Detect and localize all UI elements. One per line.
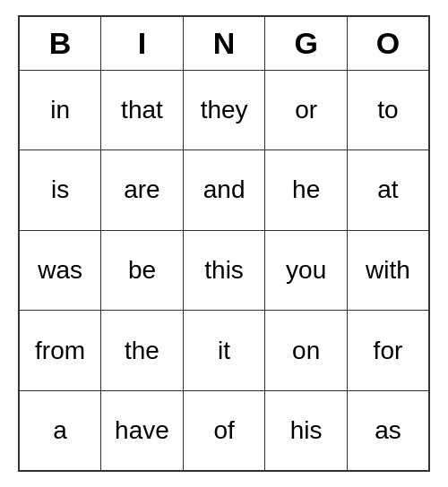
header-col-i: I <box>101 16 184 70</box>
header-col-o: O <box>347 16 429 70</box>
header-row: BINGO <box>19 16 429 70</box>
bingo-row-1: isareandheat <box>19 150 429 231</box>
bingo-cell-2-2: this <box>183 230 265 311</box>
bingo-cell-1-2: and <box>183 150 265 231</box>
bingo-cell-2-3: you <box>265 230 348 311</box>
bingo-cell-4-3: his <box>265 390 348 471</box>
bingo-cell-1-1: are <box>101 150 184 231</box>
bingo-cell-1-4: at <box>347 150 429 231</box>
bingo-cell-0-4: to <box>347 70 429 150</box>
bingo-cell-2-0: was <box>19 230 101 311</box>
bingo-cell-4-4: as <box>347 390 429 471</box>
bingo-cell-3-1: the <box>101 311 184 391</box>
bingo-cell-3-3: on <box>265 311 348 391</box>
header-col-g: G <box>265 16 348 70</box>
bingo-cell-3-4: for <box>347 311 429 391</box>
header-col-b: B <box>19 16 101 70</box>
bingo-cell-0-0: in <box>19 70 101 150</box>
bingo-cell-0-3: or <box>265 70 348 150</box>
bingo-row-4: ahaveofhisas <box>19 390 429 471</box>
bingo-cell-3-0: from <box>19 311 101 391</box>
bingo-card: BINGO inthattheyortoisareandheatwasbethi… <box>18 15 430 472</box>
header-col-n: N <box>183 16 265 70</box>
bingo-cell-4-0: a <box>19 390 101 471</box>
bingo-cell-1-0: is <box>19 150 101 231</box>
bingo-cell-0-1: that <box>101 70 184 150</box>
bingo-cell-0-2: they <box>183 70 265 150</box>
bingo-cell-4-2: of <box>183 390 265 471</box>
bingo-cell-2-4: with <box>347 230 429 311</box>
bingo-cell-3-2: it <box>183 311 265 391</box>
bingo-cell-1-3: he <box>265 150 348 231</box>
bingo-cell-4-1: have <box>101 390 184 471</box>
bingo-cell-2-1: be <box>101 230 184 311</box>
bingo-row-0: inthattheyorto <box>19 70 429 150</box>
bingo-row-2: wasbethisyouwith <box>19 230 429 311</box>
bingo-row-3: fromtheitonfor <box>19 311 429 391</box>
